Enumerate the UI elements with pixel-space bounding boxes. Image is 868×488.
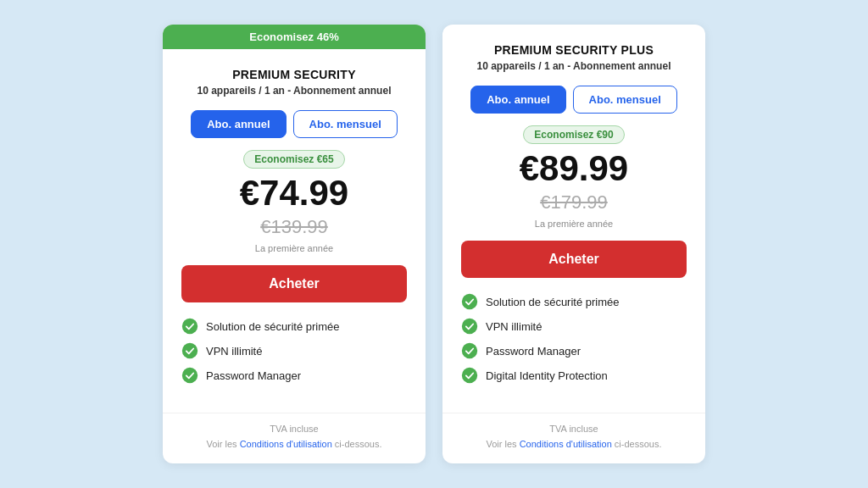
svg-point-6 [462,368,477,383]
footer-tva: TVA incluse [461,422,687,437]
footer-tva: TVA incluse [181,422,407,437]
card-subtitle: 10 appareils / 1 an - Abonnement annuel [198,85,392,97]
check-icon [461,293,478,310]
feature-text: VPN illimité [486,320,542,333]
feature-item: Solution de sécurité primée [461,293,687,310]
feature-text: Solution de sécurité primée [206,320,340,333]
savings-badge: Economisez €90 [523,125,624,144]
svg-point-2 [182,368,198,383]
check-icon [181,367,198,384]
footer-conditions: Voir les Conditions d'utilisation ci-des… [461,437,687,452]
feature-item: Digital Identity Protection [461,367,687,384]
price-main: €89.99 [520,149,628,188]
conditions-link[interactable]: Conditions d'utilisation [520,439,612,449]
tab-annual[interactable]: Abo. annuel [191,110,286,138]
svg-point-5 [462,343,477,358]
check-icon [461,342,478,359]
tab-group: Abo. annuelAbo. mensuel [470,86,677,114]
card-title: PREMIUM SECURITY PLUS [494,43,654,57]
price-original: €179.99 [540,191,608,214]
savings-badge: Economisez €65 [243,150,344,169]
card-banner: Economisez 46% [163,25,426,49]
check-icon [461,367,478,384]
feature-item: VPN illimité [461,318,687,335]
tab-monthly[interactable]: Abo. mensuel [293,110,398,138]
tab-annual[interactable]: Abo. annuel [470,86,565,114]
feature-text: Digital Identity Protection [486,369,608,382]
feature-item: Password Manager [181,367,407,384]
card-subtitle: 10 appareils / 1 an - Abonnement annuel [477,60,671,72]
check-icon [181,342,198,359]
feature-text: Solution de sécurité primée [486,296,620,308]
features-list: Solution de sécurité priméeVPN illimitéP… [181,318,407,384]
tab-monthly[interactable]: Abo. mensuel [573,86,677,114]
svg-point-4 [462,319,477,334]
check-icon [181,318,198,335]
feature-text: VPN illimité [206,345,262,358]
price-main: €74.99 [240,174,348,213]
price-original: €139.99 [260,216,328,238]
tab-group: Abo. annuelAbo. mensuel [191,110,398,138]
feature-text: Password Manager [486,345,581,358]
card-body: PREMIUM SECURITY10 appareils / 1 an - Ab… [163,49,426,413]
feature-item: Password Manager [461,342,687,359]
card-title: PREMIUM SECURITY [232,68,356,81]
card-footer: TVA incluseVoir les Conditions d'utilisa… [442,413,705,463]
price-note: La première année [535,219,613,229]
svg-point-0 [182,319,198,334]
svg-point-3 [462,294,477,309]
price-note: La première année [255,243,333,253]
features-list: Solution de sécurité priméeVPN illimitéP… [461,293,687,384]
card-footer: TVA incluseVoir les Conditions d'utilisa… [163,413,426,463]
cards-container: Economisez 46%PREMIUM SECURITY10 apparei… [146,8,722,480]
footer-conditions: Voir les Conditions d'utilisation ci-des… [181,437,407,452]
card-premium-security: Economisez 46%PREMIUM SECURITY10 apparei… [163,25,426,463]
card-premium-security-plus: PREMIUM SECURITY PLUS10 appareils / 1 an… [442,25,705,463]
feature-text: Password Manager [206,369,301,382]
card-body: PREMIUM SECURITY PLUS10 appareils / 1 an… [442,25,705,413]
feature-item: Solution de sécurité primée [181,318,407,335]
feature-item: VPN illimité [181,342,407,359]
buy-button[interactable]: Acheter [181,265,407,302]
svg-point-1 [182,343,198,358]
check-icon [461,318,478,335]
conditions-link[interactable]: Conditions d'utilisation [240,439,332,449]
buy-button[interactable]: Acheter [461,241,687,278]
